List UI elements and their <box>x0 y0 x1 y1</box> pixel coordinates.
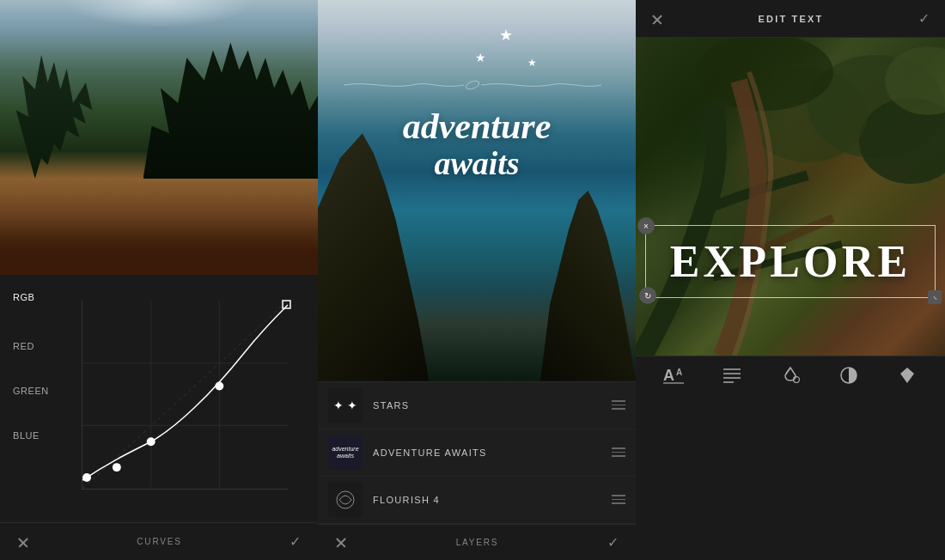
layer-item-stars[interactable]: ✦ ✦ STARS <box>318 382 636 429</box>
branches-svg <box>636 38 945 356</box>
svg-text:★: ★ <box>499 27 513 44</box>
layer-menu-flourish[interactable] <box>612 495 625 504</box>
flourish-decoration <box>344 76 611 97</box>
layer-name-flourish: FLOURISH 4 <box>373 495 601 505</box>
explore-resize-handle[interactable]: ⤡ <box>928 290 942 304</box>
woods-image: × ↻ EXPLORE ⤡ <box>636 38 945 356</box>
layer-thumb-flourish <box>328 483 363 517</box>
right-image-canvas: × ↻ EXPLORE ⤡ <box>636 38 945 356</box>
text-align-svg <box>722 365 742 386</box>
right-panel: EDIT TEXT ✓ <box>636 0 945 560</box>
ocean-image: ★ ★ ★ adventure awaits <box>318 0 636 381</box>
layers-confirm-icon[interactable]: ✓ <box>607 534 619 551</box>
stars-svg: ★ ★ ★ <box>454 23 558 75</box>
forest-path-image <box>0 0 318 275</box>
layer-menu-adventure[interactable] <box>612 447 625 457</box>
svg-point-6 <box>147 437 155 446</box>
svg-point-8 <box>113 463 121 472</box>
explore-close-handle[interactable]: × <box>637 217 655 234</box>
red-label[interactable]: RED <box>13 341 49 351</box>
green-label[interactable]: GREEN <box>13 386 49 396</box>
layer-thumb-stars: ✦ ✦ <box>328 388 363 423</box>
layer-name-adventure: ADVENTURE AWAITS <box>373 447 601 458</box>
layers-panel: ✦ ✦ STARS adventureawaits ADVENTURE AWAI… <box>318 381 636 524</box>
opacity-svg <box>838 365 859 386</box>
adventure-text: adventure awaits <box>350 107 604 182</box>
curves-label: CURVES <box>29 537 290 546</box>
svg-text:A: A <box>676 368 682 377</box>
blue-label[interactable]: BLUE <box>13 430 49 441</box>
middle-canvas: ★ ★ ★ adventure awaits <box>318 0 636 381</box>
adventure-line1: adventure <box>350 107 604 146</box>
middle-panel: ★ ★ ★ adventure awaits <box>318 0 636 560</box>
svg-point-13 <box>465 79 480 90</box>
curve-svg <box>82 301 288 489</box>
edit-text-toolbar: A A <box>636 356 945 393</box>
flourish-thumb-svg <box>332 487 358 513</box>
edit-text-confirm[interactable]: ✓ <box>918 10 930 27</box>
curves-bottom-bar: CURVES ✓ <box>0 522 318 560</box>
edit-text-close[interactable] <box>651 13 663 25</box>
adventure-line2: awaits <box>350 146 604 182</box>
curves-confirm-icon[interactable]: ✓ <box>290 533 301 550</box>
layer-menu-stars[interactable] <box>612 400 625 410</box>
svg-text:A: A <box>663 367 674 384</box>
curve-canvas[interactable] <box>82 301 288 490</box>
layer-item-flourish[interactable]: FLOURISH 4 <box>318 477 636 524</box>
edit-text-header: EDIT TEXT ✓ <box>636 0 945 38</box>
curve-channel-labels: RGB RED GREEN BLUE <box>13 292 49 441</box>
rock-right <box>540 191 636 381</box>
photo-preview <box>0 0 318 275</box>
svg-point-7 <box>215 382 223 391</box>
curves-close-icon[interactable] <box>17 536 29 548</box>
style-svg <box>897 365 918 386</box>
curves-area: RGB RED GREEN BLUE <box>0 275 318 522</box>
layer-item-adventure[interactable]: adventureawaits ADVENTURE AWAITS <box>318 429 636 477</box>
svg-point-9 <box>82 473 91 482</box>
text-align-icon[interactable] <box>715 358 749 393</box>
explore-text-box[interactable]: × ↻ EXPLORE ⤡ <box>645 225 936 298</box>
font-size-svg: A A <box>662 365 686 386</box>
layers-label: LAYERS <box>347 538 607 547</box>
color-fill-svg <box>780 365 801 386</box>
left-panel: RGB RED GREEN BLUE <box>0 0 318 560</box>
style-icon[interactable] <box>890 358 924 393</box>
svg-text:★: ★ <box>475 51 486 64</box>
layer-name-stars: STARS <box>373 400 601 411</box>
edit-text-title: EDIT TEXT <box>663 14 918 24</box>
flourish-svg <box>344 76 601 94</box>
layer-thumb-adventure: adventureawaits <box>328 435 363 470</box>
color-fill-icon[interactable] <box>773 358 808 393</box>
svg-text:★: ★ <box>527 57 537 69</box>
stars-decoration: ★ ★ ★ <box>454 23 558 78</box>
opacity-icon[interactable] <box>832 358 866 393</box>
layers-close-icon[interactable] <box>335 536 347 548</box>
font-size-icon[interactable]: A A <box>656 358 691 393</box>
explore-text: EXPLORE <box>670 236 911 287</box>
rgb-label[interactable]: RGB <box>13 292 49 302</box>
layers-bottom-bar: LAYERS ✓ <box>318 524 636 560</box>
